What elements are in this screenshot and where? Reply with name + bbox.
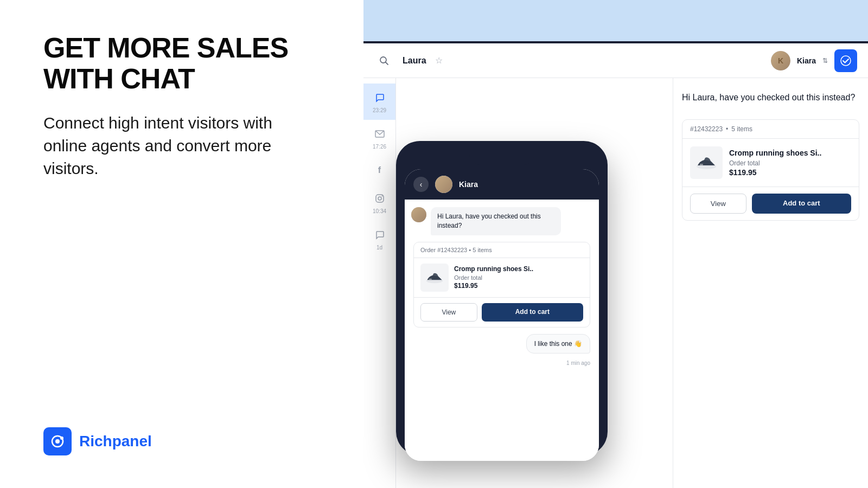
add-to-cart-button[interactable]: Add to cart (752, 194, 851, 214)
done-button[interactable] (834, 49, 857, 72)
phone-product-name: Cromp running shoes Si.. (454, 265, 583, 273)
chat-icon-1 (372, 90, 387, 105)
phone-header: ‹ Kiara (405, 169, 599, 200)
svg-point-1 (55, 439, 60, 444)
sidebar-time-5: 1d (376, 245, 382, 251)
order-card: #12432223 • 5 items (682, 119, 859, 221)
order-card-body: Cromp running shoes Si.. Order total $11… (682, 139, 859, 187)
phone-reply-bubble: I like this one 👋 (526, 334, 590, 354)
star-icon[interactable]: ☆ (435, 55, 443, 66)
phone-order-header: Order #12432223 • 5 items (414, 242, 590, 258)
product-name: Cromp running shoes Si.. (729, 149, 851, 157)
richpanel-logo-text: Richpanel (79, 433, 152, 450)
phone-agent-avatar (435, 176, 452, 193)
phone-message-bubble: Hi Laura, have you checked out this inst… (431, 207, 561, 235)
phone-notch (469, 150, 534, 165)
phone-message-row: Hi Laura, have you checked out this inst… (411, 207, 592, 235)
phone-product-image (420, 264, 449, 292)
svg-point-9 (381, 196, 382, 197)
headline: GET MORE SALES WITH CHAT (43, 33, 320, 94)
phone-chat-area: Hi Laura, have you checked out this inst… (405, 200, 599, 461)
phone-screen: ‹ Kiara Hi Laura, have you checked out t… (405, 169, 599, 461)
phone-agent-name: Kiara (459, 180, 478, 189)
phone-add-to-cart-button[interactable]: Add to cart (482, 303, 583, 322)
phone-product-info: Cromp running shoes Si.. Order total $11… (454, 265, 583, 290)
sidebar-time-2: 17:26 (373, 144, 386, 150)
sidebar-item-email[interactable]: 17:26 (363, 120, 395, 156)
facebook-icon: f (372, 163, 387, 178)
side-icons: 23:29 17:26 f (363, 78, 396, 488)
phone-order-body: Cromp running shoes Si.. Order total $11… (414, 258, 590, 297)
agent-avatar: K (771, 51, 790, 70)
phone-product-price: $119.95 (454, 282, 583, 290)
order-separator: • (726, 125, 728, 133)
phone-back-button[interactable]: ‹ (413, 177, 429, 192)
sidebar-item-instagram[interactable]: 10:34 (363, 184, 395, 221)
sidebar-item-chat-2[interactable]: 1d (363, 221, 395, 257)
phone-msg-face (411, 207, 426, 222)
left-panel: GET MORE SALES WITH CHAT Connect high in… (0, 0, 363, 488)
phone-agent-face (435, 176, 452, 193)
agent-name: Kiara (797, 56, 816, 65)
svg-point-2 (60, 436, 63, 440)
phone-msg-avatar (411, 207, 426, 222)
phone-order-items: 5 items (473, 247, 492, 253)
agent-face: K (771, 51, 790, 70)
svg-point-5 (841, 56, 851, 66)
phone-order-card: Order #12432223 • 5 items (413, 242, 590, 328)
svg-point-8 (378, 197, 381, 200)
order-total-label: Order total (729, 159, 851, 167)
contact-name: Laura (403, 56, 426, 66)
sidebar-item-chat-1[interactable]: 23:29 (363, 84, 395, 120)
phone-order-number: Order #12432223 (420, 247, 467, 253)
view-button[interactable]: View (690, 194, 746, 214)
logo-area: Richpanel (43, 427, 320, 455)
phone-view-button[interactable]: View (420, 303, 477, 322)
richpanel-logo-icon (43, 427, 72, 455)
product-price: $119.95 (729, 168, 851, 177)
sidebar-time-4: 10:34 (373, 208, 386, 214)
search-icon[interactable] (374, 51, 394, 70)
product-image (690, 146, 723, 179)
sidebar-item-facebook[interactable]: f (363, 156, 395, 184)
detail-message: Hi Laura, have you checked out this inst… (682, 87, 859, 108)
product-info: Cromp running shoes Si.. Order total $11… (729, 149, 851, 177)
order-number: #12432223 (690, 125, 723, 133)
header-right: K Kiara ⇅ (771, 49, 857, 72)
svg-line-4 (386, 62, 388, 65)
agent-selector-icon[interactable]: ⇅ (822, 57, 828, 65)
instagram-icon (372, 191, 387, 206)
subtext: Connect high intent visitors with online… (43, 112, 320, 180)
email-icon (372, 126, 387, 142)
order-item-count: 5 items (731, 125, 752, 133)
chat-detail-panel: Hi Laura, have you checked out this inst… (673, 78, 868, 488)
phone-order-total-label: Order total (454, 274, 583, 281)
phone-mockup: ‹ Kiara Hi Laura, have you checked out t… (396, 141, 608, 455)
svg-rect-13 (429, 278, 432, 280)
sidebar-time-1: 23:29 (373, 107, 386, 113)
chat-icon-2 (372, 227, 387, 242)
phone-timestamp: 1 min ago (411, 360, 590, 366)
svg-rect-11 (700, 164, 703, 165)
chat-header: Laura ☆ K Kiara ⇅ (363, 43, 868, 78)
top-bar (363, 0, 868, 43)
right-panel: Laura ☆ K Kiara ⇅ (363, 0, 868, 488)
order-card-actions: View Add to cart (682, 187, 859, 220)
phone-order-actions: View Add to cart (414, 297, 590, 327)
order-card-header: #12432223 • 5 items (682, 120, 859, 139)
